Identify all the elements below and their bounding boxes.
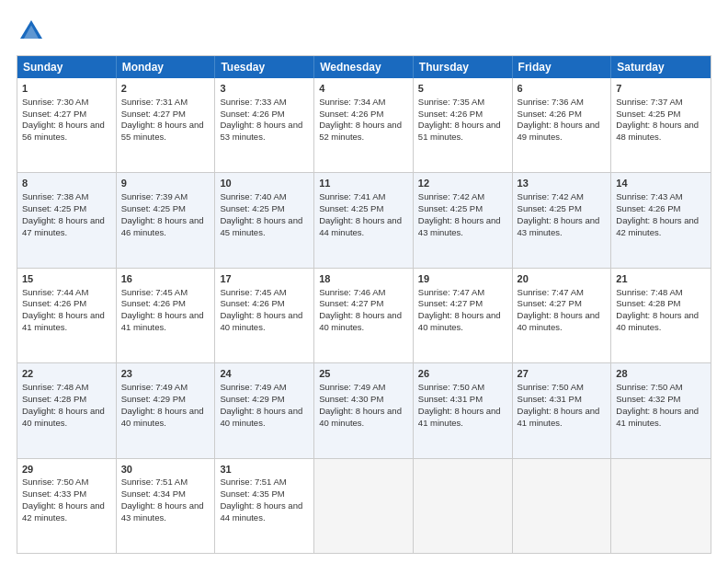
calendar-row-1: 1Sunrise: 7:30 AMSunset: 4:27 PMDaylight…: [17, 78, 711, 172]
day-number: 28: [616, 367, 706, 381]
day-cell-30: 30Sunrise: 7:51 AMSunset: 4:34 PMDayligh…: [117, 459, 216, 553]
daylight: Daylight: 8 hours and 55 minutes.: [121, 120, 204, 142]
day-cell-11: 11Sunrise: 7:41 AMSunset: 4:25 PMDayligh…: [314, 173, 414, 267]
header-day-sunday: Sunday: [17, 56, 117, 78]
day-cell-25: 25Sunrise: 7:49 AMSunset: 4:30 PMDayligh…: [314, 363, 414, 457]
logo: [17, 17, 50, 46]
daylight: Daylight: 8 hours and 40 minutes.: [220, 406, 302, 428]
daylight: Daylight: 8 hours and 41 minutes.: [518, 406, 600, 428]
calendar: SundayMondayTuesdayWednesdayThursdayFrid…: [17, 55, 711, 554]
empty-cell: [314, 459, 414, 553]
sunset: Sunset: 4:29 PM: [121, 394, 186, 404]
sunrise: Sunrise: 7:51 AM: [121, 477, 188, 487]
empty-cell: [414, 459, 513, 553]
calendar-body: 1Sunrise: 7:30 AMSunset: 4:27 PMDaylight…: [17, 78, 711, 553]
day-number: 8: [22, 177, 111, 190]
header-day-wednesday: Wednesday: [314, 56, 414, 78]
sunrise: Sunrise: 7:44 AM: [22, 287, 88, 297]
day-cell-2: 2Sunrise: 7:31 AMSunset: 4:27 PMDaylight…: [117, 78, 216, 172]
day-number: 21: [616, 272, 706, 286]
daylight: Daylight: 8 hours and 48 minutes.: [616, 120, 699, 142]
daylight: Daylight: 8 hours and 43 minutes.: [518, 215, 600, 237]
day-cell-29: 29Sunrise: 7:50 AMSunset: 4:33 PMDayligh…: [17, 459, 117, 553]
sunrise: Sunrise: 7:50 AM: [518, 382, 584, 392]
sunrise: Sunrise: 7:35 AM: [418, 97, 484, 107]
sunset: Sunset: 4:27 PM: [418, 298, 483, 308]
daylight: Daylight: 8 hours and 40 minutes.: [518, 310, 600, 332]
page: SundayMondayTuesdayWednesdayThursdayFrid…: [0, 0, 728, 563]
daylight: Daylight: 8 hours and 51 minutes.: [418, 120, 501, 142]
sunset: Sunset: 4:31 PM: [518, 394, 582, 404]
header: [17, 17, 711, 46]
sunset: Sunset: 4:26 PM: [220, 298, 284, 308]
daylight: Daylight: 8 hours and 47 minutes.: [22, 215, 105, 237]
sunset: Sunset: 4:33 PM: [22, 488, 86, 499]
daylight: Daylight: 8 hours and 53 minutes.: [220, 120, 302, 142]
day-number: 7: [616, 82, 706, 96]
header-day-saturday: Saturday: [611, 56, 711, 78]
day-number: 6: [518, 82, 607, 96]
sunrise: Sunrise: 7:41 AM: [319, 191, 385, 201]
day-number: 14: [616, 177, 706, 190]
sunset: Sunset: 4:26 PM: [319, 109, 383, 119]
day-number: 11: [319, 177, 408, 190]
sunrise: Sunrise: 7:33 AM: [220, 97, 286, 107]
sunrise: Sunrise: 7:45 AM: [121, 287, 188, 297]
sunrise: Sunrise: 7:31 AM: [121, 97, 188, 107]
day-cell-14: 14Sunrise: 7:43 AMSunset: 4:26 PMDayligh…: [611, 173, 711, 267]
day-number: 22: [22, 367, 111, 381]
daylight: Daylight: 8 hours and 52 minutes.: [319, 120, 402, 142]
sunrise: Sunrise: 7:50 AM: [418, 382, 484, 392]
sunrise: Sunrise: 7:50 AM: [616, 382, 682, 392]
daylight: Daylight: 8 hours and 49 minutes.: [518, 120, 600, 142]
sunrise: Sunrise: 7:46 AM: [319, 287, 385, 297]
day-number: 24: [220, 367, 309, 381]
day-cell-23: 23Sunrise: 7:49 AMSunset: 4:29 PMDayligh…: [117, 363, 216, 457]
day-cell-8: 8Sunrise: 7:38 AMSunset: 4:25 PMDaylight…: [17, 173, 117, 267]
sunset: Sunset: 4:26 PM: [22, 298, 86, 308]
sunset: Sunset: 4:28 PM: [22, 394, 86, 404]
day-cell-1: 1Sunrise: 7:30 AMSunset: 4:27 PMDaylight…: [17, 78, 117, 172]
day-number: 9: [121, 177, 210, 190]
sunrise: Sunrise: 7:47 AM: [418, 287, 484, 297]
sunset: Sunset: 4:26 PM: [220, 109, 284, 119]
day-cell-10: 10Sunrise: 7:40 AMSunset: 4:25 PMDayligh…: [215, 173, 314, 267]
day-number: 19: [418, 272, 507, 286]
sunset: Sunset: 4:32 PM: [616, 394, 680, 404]
sunset: Sunset: 4:25 PM: [616, 109, 680, 119]
day-number: 10: [220, 177, 309, 190]
header-day-monday: Monday: [117, 56, 216, 78]
day-number: 23: [121, 367, 210, 381]
day-number: 20: [518, 272, 607, 286]
day-cell-17: 17Sunrise: 7:45 AMSunset: 4:26 PMDayligh…: [215, 269, 314, 362]
day-cell-22: 22Sunrise: 7:48 AMSunset: 4:28 PMDayligh…: [17, 363, 117, 457]
header-day-friday: Friday: [513, 56, 612, 78]
daylight: Daylight: 8 hours and 56 minutes.: [22, 120, 105, 142]
calendar-header: SundayMondayTuesdayWednesdayThursdayFrid…: [17, 56, 711, 78]
header-day-tuesday: Tuesday: [215, 56, 314, 78]
day-number: 31: [220, 463, 309, 477]
day-cell-12: 12Sunrise: 7:42 AMSunset: 4:25 PMDayligh…: [414, 173, 513, 267]
sunset: Sunset: 4:29 PM: [220, 394, 284, 404]
day-cell-6: 6Sunrise: 7:36 AMSunset: 4:26 PMDaylight…: [513, 78, 612, 172]
day-cell-24: 24Sunrise: 7:49 AMSunset: 4:29 PMDayligh…: [215, 363, 314, 457]
sunset: Sunset: 4:25 PM: [319, 203, 383, 213]
sunrise: Sunrise: 7:39 AM: [121, 191, 188, 201]
day-number: 25: [319, 367, 408, 381]
day-number: 26: [418, 367, 507, 381]
day-number: 1: [22, 82, 111, 96]
day-cell-3: 3Sunrise: 7:33 AMSunset: 4:26 PMDaylight…: [215, 78, 314, 172]
daylight: Daylight: 8 hours and 40 minutes.: [418, 310, 501, 332]
daylight: Daylight: 8 hours and 40 minutes.: [22, 406, 105, 428]
day-cell-20: 20Sunrise: 7:47 AMSunset: 4:27 PMDayligh…: [513, 269, 612, 362]
day-number: 15: [22, 272, 111, 286]
daylight: Daylight: 8 hours and 40 minutes.: [319, 406, 402, 428]
sunset: Sunset: 4:31 PM: [418, 394, 483, 404]
sunrise: Sunrise: 7:40 AM: [220, 191, 286, 201]
sunrise: Sunrise: 7:43 AM: [616, 191, 682, 201]
daylight: Daylight: 8 hours and 45 minutes.: [220, 215, 302, 237]
sunset: Sunset: 4:25 PM: [121, 203, 186, 213]
day-cell-5: 5Sunrise: 7:35 AMSunset: 4:26 PMDaylight…: [414, 78, 513, 172]
sunset: Sunset: 4:26 PM: [616, 203, 680, 213]
header-day-thursday: Thursday: [414, 56, 513, 78]
